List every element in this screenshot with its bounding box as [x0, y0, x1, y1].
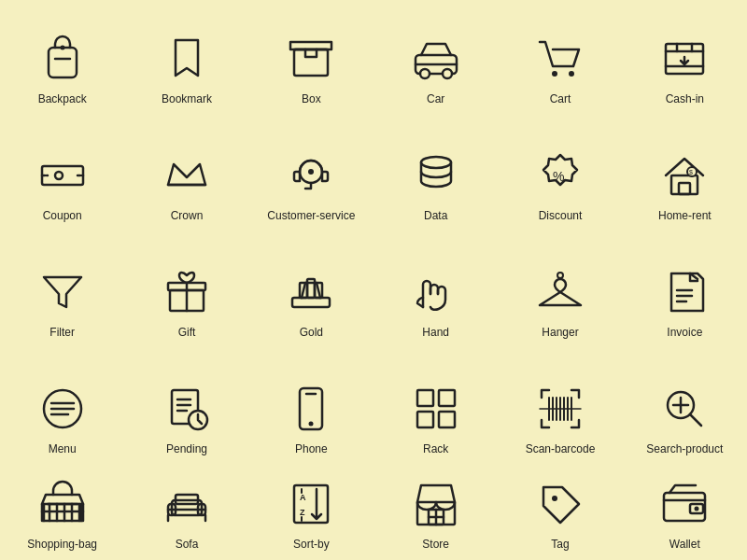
svg-rect-32 — [439, 390, 455, 406]
svg-point-12 — [308, 169, 314, 175]
svg-point-30 — [309, 421, 314, 426]
icon-cell-bookmark: Bookmark — [124, 9, 248, 126]
gold-icon — [283, 264, 339, 320]
svg-rect-15 — [671, 175, 698, 194]
data-icon — [408, 147, 464, 203]
icon-cell-pending: Pending — [124, 359, 248, 476]
svg-text:A: A — [300, 493, 306, 502]
icon-cell-discount: % Discount — [498, 126, 622, 243]
icon-cell-search-product: Search-product — [623, 359, 747, 476]
icon-cell-backpack: Backpack — [0, 9, 124, 126]
svg-point-1 — [60, 45, 64, 49]
svg-rect-33 — [417, 412, 433, 427]
menu-label: Menu — [49, 442, 77, 455]
svg-point-10 — [55, 172, 63, 179]
svg-rect-21 — [292, 298, 330, 307]
rack-icon — [408, 381, 464, 437]
svg-text:Z: Z — [300, 508, 305, 517]
icon-cell-box: Box — [249, 9, 374, 126]
icon-cell-cart: Cart — [498, 9, 622, 126]
svg-point-6 — [552, 71, 557, 77]
svg-text:$: $ — [689, 169, 693, 175]
car-icon — [408, 31, 464, 87]
store-label: Store — [422, 538, 449, 551]
svg-rect-31 — [417, 390, 433, 406]
icon-cell-shopping-bag: Shopping-bag — [0, 476, 124, 551]
svg-point-54 — [695, 507, 699, 511]
icon-cell-data: Data — [374, 126, 498, 243]
icon-cell-gold: Gold — [249, 243, 374, 359]
filter-label: Filter — [49, 326, 75, 339]
home-rent-icon: $ — [656, 147, 712, 203]
coupon-label: Coupon — [43, 209, 82, 222]
svg-text:%: % — [553, 169, 564, 184]
svg-point-5 — [443, 69, 452, 78]
sofa-icon — [159, 476, 215, 532]
bookmark-icon — [159, 31, 215, 87]
backpack-icon — [35, 31, 91, 87]
discount-label: Discount — [539, 209, 583, 222]
data-label: Data — [424, 209, 447, 222]
rack-label: Rack — [423, 442, 448, 455]
icon-cell-phone: Phone — [249, 359, 374, 476]
coupon-icon — [35, 147, 91, 203]
menu-icon — [35, 381, 91, 437]
bookmark-label: Bookmark — [162, 92, 212, 105]
gift-icon — [159, 264, 215, 320]
cash-in-label: Cash-in — [666, 92, 704, 105]
svg-rect-16 — [679, 183, 690, 194]
icon-cell-gift: Gift — [124, 243, 248, 359]
icon-cell-scan-barcode: Scan-barcode — [498, 359, 622, 476]
icon-cell-cash-in: Cash-in — [623, 9, 747, 126]
icon-grid: Backpack Bookmark Box Car — [0, 0, 747, 560]
icon-cell-customer-service: Customer-service — [249, 126, 374, 243]
invoice-label: Invoice — [667, 326, 702, 339]
sort-by-label: Sort-by — [293, 538, 330, 551]
svg-point-51 — [552, 496, 557, 501]
svg-rect-34 — [439, 412, 455, 427]
icon-cell-menu: Menu — [0, 359, 124, 476]
shopping-bag-icon — [35, 476, 91, 532]
shopping-bag-label: Shopping-bag — [27, 538, 97, 551]
home-rent-label: Home-rent — [658, 209, 712, 222]
icon-cell-tag: Tag — [498, 476, 622, 551]
icon-cell-sort-by: A Z Sort-by — [249, 476, 374, 551]
icon-cell-store: Store — [374, 476, 498, 551]
backpack-label: Backpack — [38, 92, 87, 105]
icon-cell-car: Car — [374, 9, 498, 126]
cash-in-icon — [656, 31, 712, 87]
filter-icon — [35, 264, 91, 320]
tag-icon — [532, 476, 588, 532]
hand-label: Hand — [422, 326, 449, 339]
icon-cell-invoice: Invoice — [623, 243, 747, 359]
hanger-label: Hanger — [542, 326, 578, 339]
scan-barcode-icon — [532, 381, 588, 437]
car-label: Car — [427, 92, 444, 105]
svg-point-25 — [557, 273, 563, 278]
icon-cell-coupon: Coupon — [0, 126, 124, 243]
discount-icon: % — [532, 147, 588, 203]
gift-label: Gift — [178, 326, 196, 339]
pending-icon — [159, 381, 215, 437]
search-product-icon — [656, 381, 712, 437]
customer-service-icon — [283, 147, 339, 203]
icon-cell-wallet: Wallet — [623, 476, 747, 551]
search-product-label: Search-product — [646, 442, 723, 455]
svg-rect-2 — [294, 49, 328, 76]
svg-rect-52 — [664, 493, 705, 521]
scan-barcode-label: Scan-barcode — [526, 442, 596, 455]
phone-label: Phone — [295, 442, 328, 455]
phone-icon — [283, 381, 339, 437]
store-icon — [408, 476, 464, 532]
crown-label: Crown — [171, 209, 204, 222]
wallet-label: Wallet — [669, 538, 700, 551]
icon-cell-rack: Rack — [374, 359, 498, 476]
icon-cell-hanger: Hanger — [498, 243, 622, 359]
svg-point-13 — [421, 157, 451, 168]
tag-label: Tag — [551, 538, 569, 551]
icon-cell-hand: Hand — [374, 243, 498, 359]
hand-icon — [408, 264, 464, 320]
hanger-icon — [532, 264, 588, 320]
cart-icon — [532, 31, 588, 87]
invoice-icon — [656, 264, 712, 320]
